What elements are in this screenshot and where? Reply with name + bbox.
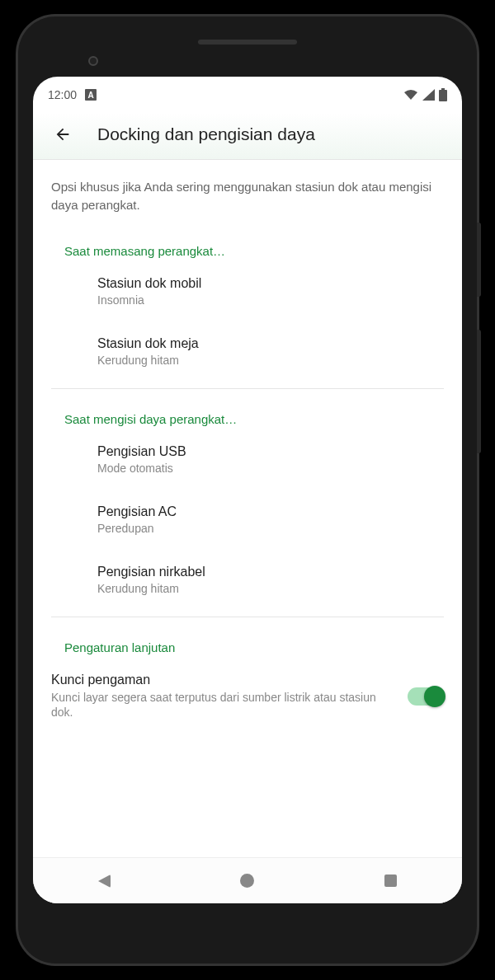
front-camera (88, 56, 98, 66)
content-scroll[interactable]: Opsi khusus jika Anda sering menggunakan… (33, 160, 462, 857)
pref-safety-lock[interactable]: Kunci pengaman Kunci layar segera saat t… (33, 658, 462, 736)
svg-rect-0 (439, 90, 447, 101)
arrow-left-icon (54, 125, 72, 143)
nav-recents-button[interactable] (370, 860, 411, 902)
page-description: Opsi khusus jika Anda sering menggunakan… (33, 160, 462, 221)
pref-subtitle: Insomnia (97, 293, 444, 307)
section-header-charging: Saat mengisi daya perangkat… (33, 389, 462, 429)
screen: 12:00 A Docking dan pengisian daya (33, 77, 462, 903)
app-bar: Docking dan pengisian daya (33, 113, 462, 160)
pref-subtitle: Kerudung hitam (97, 354, 444, 367)
navigation-bar (33, 857, 462, 903)
section-header-docking: Saat memasang perangkat… (33, 221, 462, 261)
status-time: 12:00 (48, 88, 77, 101)
back-button[interactable] (53, 124, 73, 144)
status-bar: 12:00 A (33, 77, 462, 113)
pref-subtitle: Kerudung hitam (97, 582, 444, 595)
pref-ac-charging[interactable]: Pengisian AC Peredupan (33, 490, 462, 550)
circle-home-icon (240, 874, 254, 888)
pref-subtitle: Peredupan (97, 522, 444, 535)
side-button-volume (477, 330, 481, 453)
nav-back-button[interactable] (84, 860, 125, 902)
pref-title: Pengisian nirkabel (97, 565, 444, 579)
wifi-icon (403, 89, 418, 101)
autorotate-icon: A (85, 89, 97, 101)
battery-icon (439, 88, 447, 101)
switch-knob (424, 686, 446, 707)
pref-title: Pengisian AC (97, 504, 444, 519)
pref-title: Stasiun dok meja (97, 336, 444, 351)
svg-rect-1 (441, 88, 445, 90)
pref-title: Kunci pengaman (51, 673, 394, 687)
section-header-advanced: Pengaturan lanjutan (33, 617, 462, 658)
square-recents-icon (384, 874, 397, 887)
signal-icon (422, 89, 435, 101)
phone-frame: 12:00 A Docking dan pengisian daya (18, 16, 477, 964)
speaker-grille (198, 40, 297, 45)
nav-home-button[interactable] (227, 860, 268, 902)
pref-desk-dock[interactable]: Stasiun dok meja Kerudung hitam (33, 321, 462, 382)
pref-title: Pengisian USB (97, 444, 444, 459)
pref-usb-charging[interactable]: Pengisian USB Mode otomatis (33, 429, 462, 490)
pref-car-dock[interactable]: Stasiun dok mobil Insomnia (33, 261, 462, 321)
pref-wireless-charging[interactable]: Pengisian nirkabel Kerudung hitam (33, 550, 462, 610)
page-title: Docking dan pengisian daya (97, 124, 315, 144)
pref-subtitle: Kunci layar segera saat terputus dari su… (51, 690, 394, 721)
pref-title: Stasiun dok mobil (97, 276, 444, 291)
triangle-back-icon (98, 874, 111, 888)
pref-subtitle: Mode otomatis (97, 462, 444, 475)
safety-lock-toggle[interactable] (408, 687, 444, 706)
side-button-power (477, 223, 481, 297)
